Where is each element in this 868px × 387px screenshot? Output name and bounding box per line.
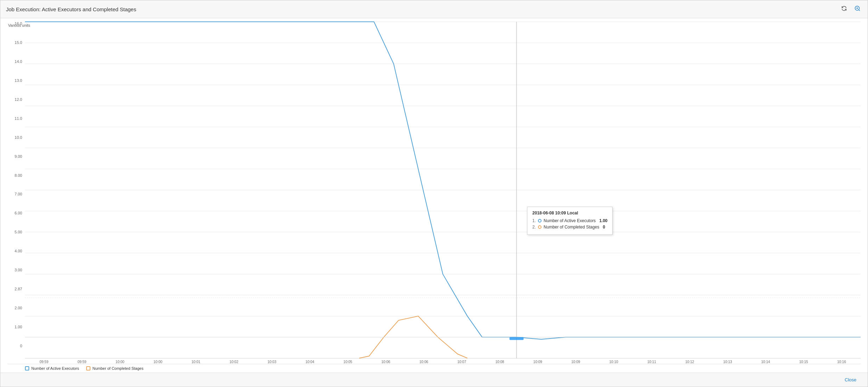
y-tick-10: 6.00 [7, 211, 25, 215]
x-tick-1: 09:59 [63, 360, 101, 364]
y-tick-6: 10.0 [7, 136, 25, 140]
x-tick-12: 10:08 [481, 360, 519, 364]
x-tick-9: 10:06 [367, 360, 405, 364]
main-window: Job Execution: Active Executors and Comp… [0, 0, 868, 387]
legend-label-active-executors: Number of Active Executors [31, 366, 79, 370]
y-tick-12: 4.00 [7, 249, 25, 253]
chart-container: 16.015.014.013.012.011.010.09.008.007.00… [7, 22, 861, 359]
y-tick-17: 0 [7, 344, 25, 348]
tooltip-title: 2018-06-08 10:09 Local [532, 211, 607, 215]
chart-plot[interactable]: 2018-06-08 10:09 Local 1. Number of Acti… [25, 22, 861, 359]
y-tick-7: 9.00 [7, 155, 25, 159]
svg-rect-23 [509, 337, 524, 340]
y-tick-0: 16.0 [7, 22, 25, 26]
tooltip-row2-label: Number of Completed Stages [544, 225, 599, 230]
tooltip-completed-dot [538, 225, 541, 229]
y-tick-15: 2.00 [7, 306, 25, 310]
x-tick-8: 10:05 [329, 360, 367, 364]
y-tick-4: 12.0 [7, 98, 25, 102]
x-tick-13: 10:09 [519, 360, 557, 364]
x-axis: 09:5909:5910:0010:0010:0110:0210:0310:04… [25, 359, 861, 364]
tooltip-active-dot [538, 219, 541, 222]
y-tick-9: 7.00 [7, 192, 25, 196]
legend-color-active-executors [25, 366, 29, 370]
x-tick-0: 09:59 [25, 360, 63, 364]
x-tick-17: 10:12 [671, 360, 709, 364]
x-tick-7: 10:04 [291, 360, 329, 364]
legend-color-completed-stages [86, 366, 90, 370]
x-tick-5: 10:02 [215, 360, 253, 364]
x-tick-3: 10:00 [139, 360, 177, 364]
tooltip: 2018-06-08 10:09 Local 1. Number of Acti… [527, 207, 613, 235]
x-tick-19: 10:14 [747, 360, 785, 364]
x-tick-11: 10:07 [443, 360, 481, 364]
zoom-button[interactable] [853, 4, 862, 14]
y-tick-2: 14.0 [7, 60, 25, 64]
y-tick-8: 8.00 [7, 174, 25, 178]
legend-item-completed-stages: Number of Completed Stages [86, 366, 144, 370]
legend-area: Number of Active ExecutorsNumber of Comp… [7, 364, 861, 373]
chart-svg [25, 22, 861, 358]
y-axis: 16.015.014.013.012.011.010.09.008.007.00… [7, 22, 25, 359]
x-tick-16: 10:11 [633, 360, 671, 364]
x-tick-18: 10:13 [709, 360, 747, 364]
y-tick-13: 3.00 [7, 268, 25, 272]
close-button[interactable]: Close [839, 375, 862, 385]
x-tick-14: 10:09 [557, 360, 595, 364]
tooltip-row1-label: Number of Active Executors [544, 218, 596, 223]
tooltip-row-1: 1. Number of Active Executors 1.00 [532, 218, 607, 223]
footer-bar: Close [0, 373, 868, 387]
x-tick-4: 10:01 [177, 360, 215, 364]
tooltip-row1-value: 1.00 [599, 218, 607, 223]
title-bar: Job Execution: Active Executors and Comp… [0, 0, 868, 18]
tooltip-row-2: 2. Number of Completed Stages 0 [532, 225, 607, 230]
chart-area: Various units 16.015.014.013.012.011.010… [0, 18, 868, 373]
y-tick-5: 11.0 [7, 117, 25, 121]
x-tick-15: 10:10 [595, 360, 633, 364]
tooltip-row1-num: 1. [532, 218, 536, 223]
window-title: Job Execution: Active Executors and Comp… [6, 6, 136, 12]
y-tick-11: 5.00 [7, 230, 25, 234]
y-tick-1: 15.0 [7, 41, 25, 45]
legend-label-completed-stages: Number of Completed Stages [93, 366, 144, 370]
refresh-button[interactable] [840, 4, 849, 14]
tooltip-row2-value: 0 [603, 225, 605, 230]
y-tick-16: 1.00 [7, 325, 25, 329]
legend-item-active-executors: Number of Active Executors [25, 366, 79, 370]
x-tick-21: 10:16 [823, 360, 861, 364]
x-tick-2: 10:00 [101, 360, 139, 364]
y-tick-3: 13.0 [7, 79, 25, 83]
x-tick-6: 10:03 [253, 360, 291, 364]
tooltip-row2-num: 2. [532, 225, 536, 230]
x-tick-20: 10:15 [785, 360, 823, 364]
toolbar-buttons [840, 4, 862, 14]
y-tick-14: 2.87 [7, 287, 25, 291]
x-tick-10: 10:06 [405, 360, 443, 364]
